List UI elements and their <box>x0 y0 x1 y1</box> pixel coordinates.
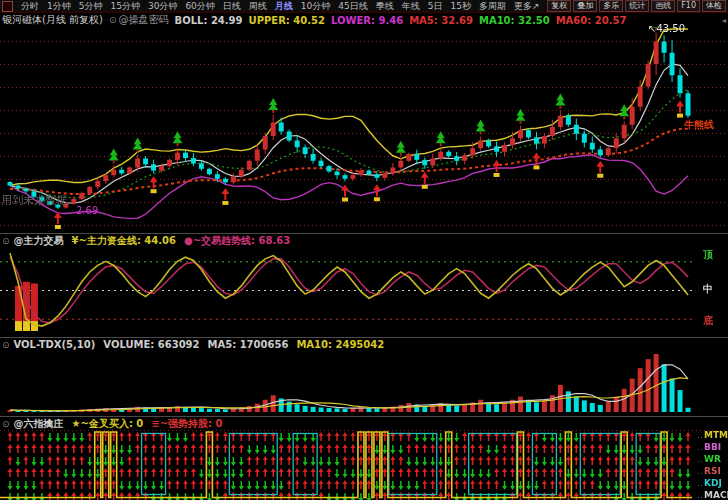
boll-lower-value-label: 2.69 <box>76 205 98 216</box>
indicator-values: BOLL: 24.99UPPER: 40.52LOWER: 9.46MA5: 3… <box>175 15 633 26</box>
timeframe-年线[interactable]: 年线 <box>398 0 424 13</box>
timeframe-5日[interactable]: 5日 <box>424 0 447 13</box>
tab-dots-icon: ‥ <box>697 430 703 440</box>
timeframe-更多↗[interactable]: 更多↗ <box>510 0 544 13</box>
tab-dots-icon: ‥ <box>697 478 703 488</box>
indicator-tab-RSI[interactable]: ‥RSI <box>697 466 721 476</box>
tab-dots-icon: ‥ <box>697 454 703 464</box>
toolbar-button-F10[interactable]: F10 <box>677 0 700 12</box>
timeframe-15分钟[interactable]: 15分钟 <box>106 0 143 13</box>
indicator-tab-WR[interactable]: ‥WR <box>697 454 721 464</box>
panel-value: MA5: 1700656 <box>208 339 289 350</box>
volume-panel-header: ⊙ VOL-TDX(5,10) VOLUME: 663092MA5: 17006… <box>0 337 728 351</box>
indicator-value-MA10: MA10: 32.50 <box>479 15 550 26</box>
liuzhi-signal-grid[interactable] <box>0 429 728 500</box>
tab-dots-icon: ‥ <box>697 466 703 476</box>
timeframe-1分钟[interactable]: 1分钟 <box>43 0 75 13</box>
tab-dots-icon: ‥ <box>697 490 703 500</box>
toolbar-button-统计[interactable]: 统计 <box>625 0 649 12</box>
zone-label-底: 底 <box>703 314 713 328</box>
zone-label-中: 中 <box>703 282 713 296</box>
toolbar-button-复权[interactable]: 复权 <box>547 0 571 12</box>
timeframe-30分钟[interactable]: 30分钟 <box>144 0 181 13</box>
zone-label-顶: 顶 <box>703 248 713 262</box>
toolbar-right-buttons: 复权叠加多乐统计画线F10体检 <box>547 0 728 12</box>
indicator-value-MA5: MA5: 32.69 <box>409 15 473 26</box>
indicator-tab-MTM[interactable]: ‥MTM <box>697 430 728 440</box>
bull-bear-line-label: 牛熊线 <box>684 118 714 132</box>
toolbar-button-叠加[interactable]: 叠加 <box>573 0 597 12</box>
panel-circle-icon[interactable]: ⊙ <box>2 340 10 350</box>
timeframe-45日线[interactable]: 45日线 <box>334 0 371 13</box>
window-grid-icon[interactable] <box>2 1 13 12</box>
indicator-tab-KDJ[interactable]: ‥KDJ <box>697 478 722 488</box>
timeframe-5分钟[interactable]: 5分钟 <box>75 0 107 13</box>
stock-app-window: 分时1分钟5分钟15分钟30分钟60分钟日线周线月线10分钟45日线季线年线5日… <box>0 0 728 500</box>
timeframe-items: 分时1分钟5分钟15分钟30分钟60分钟日线周线月线10分钟45日线季线年线5日… <box>17 0 543 13</box>
collapse-arrow-icon[interactable]: ◂ <box>722 16 728 25</box>
zhuli-indicator-chart[interactable] <box>0 246 728 336</box>
toolbar-button-体检[interactable]: 体检 <box>702 0 726 12</box>
timeframe-多周期[interactable]: 多周期 <box>475 0 510 13</box>
timeframe-日线[interactable]: 日线 <box>219 0 245 13</box>
future-data-watermark: 用到未来数据 <box>1 193 67 208</box>
info-bar: 银河磁体(月线 前复权) ⊙ @操盘密码 BOLL: 24.99UPPER: 4… <box>0 13 728 27</box>
timeframe-周线[interactable]: 周线 <box>245 0 271 13</box>
collapse-circle-icon[interactable]: ⊙ <box>109 15 117 25</box>
liuzhi-panel-header: ⊙ @六指擒庄 ★~金叉买入: 0≡~强势持股: 0 <box>0 416 728 430</box>
indicator-value-MA60: MA60: 20.57 <box>556 15 627 26</box>
main-candlestick-chart[interactable] <box>0 27 728 233</box>
volume-panel-title[interactable]: VOL-TDX(5,10) <box>14 339 96 350</box>
indicator-tab-MACD[interactable]: ‥MACD <box>697 490 728 500</box>
indicator-value-UPPER: UPPER: 40.52 <box>249 15 325 26</box>
timeframe-10分钟[interactable]: 10分钟 <box>297 0 334 13</box>
panel-value: MA10: 2495042 <box>296 339 384 350</box>
panel-circle-icon[interactable]: ⊙ <box>2 236 10 246</box>
indicator-tab-BBI[interactable]: ‥BBI <box>697 442 721 452</box>
volume-bar-chart[interactable] <box>0 350 728 415</box>
timeframe-分时[interactable]: 分时 <box>17 0 43 13</box>
toolbar-button-多乐[interactable]: 多乐 <box>599 0 623 12</box>
timeframe-季线[interactable]: 季线 <box>372 0 398 13</box>
panel-value: VOLUME: 663092 <box>103 339 199 350</box>
indicator-value-BOLL: BOLL: 24.99 <box>175 15 243 26</box>
watermark-tag: @操盘密码 <box>119 13 169 27</box>
tab-dots-icon: ‥ <box>697 442 703 452</box>
timeframe-月线[interactable]: 月线 <box>271 0 297 13</box>
panel-circle-icon[interactable]: ⊙ <box>2 419 10 429</box>
zhuli-panel-header: ⊙ @主力交易 ¥~主力资金线: 44.06●~交易趋势线: 68.63 <box>0 233 728 247</box>
timeframe-60分钟[interactable]: 60分钟 <box>181 0 218 13</box>
stock-title: 银河磁体(月线 前复权) <box>2 13 103 27</box>
timeframe-15秒[interactable]: 15秒 <box>446 0 474 13</box>
toolbar-button-画线[interactable]: 画线 <box>651 0 675 12</box>
peak-price-label: ↖43.50 <box>648 23 685 34</box>
volume-values: VOLUME: 663092MA5: 1700656MA10: 2495042 <box>103 339 392 350</box>
timeframe-toolbar: 分时1分钟5分钟15分钟30分钟60分钟日线周线月线10分钟45日线季线年线5日… <box>0 0 728 13</box>
indicator-value-LOWER: LOWER: 9.46 <box>331 15 403 26</box>
